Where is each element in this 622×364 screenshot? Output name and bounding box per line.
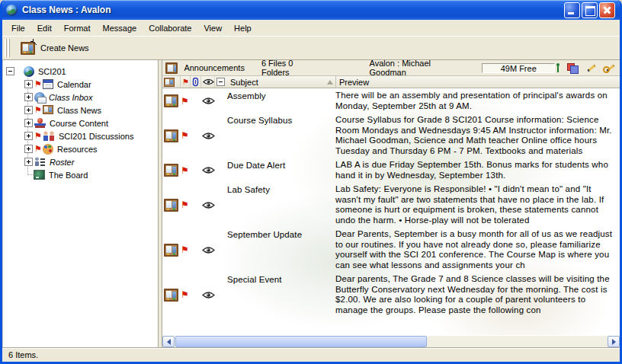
key-pencil-icon[interactable] [603, 63, 615, 73]
announcements-icon [165, 62, 178, 74]
subject-column-label: Subject [230, 78, 258, 87]
column-preview[interactable]: Preview [335, 76, 620, 88]
menu-format[interactable]: Format [58, 21, 97, 35]
column-viewed[interactable] [201, 76, 215, 88]
paperclip-icon [192, 77, 199, 87]
flag-icon: ⚑ [34, 145, 43, 153]
menu-file[interactable]: File [5, 21, 31, 35]
new-item-sparkle-icon [30, 39, 37, 45]
preview-column-label: Preview [339, 78, 369, 87]
expand-toggle[interactable] [24, 132, 33, 140]
flag-icon: ⚑ [34, 80, 43, 88]
toolbar-gripper[interactable] [5, 39, 10, 57]
flag-icon: ⚑ [181, 91, 200, 111]
menu-edit[interactable]: Edit [31, 21, 58, 35]
roster-icon [34, 157, 46, 167]
arrow-right-icon [612, 339, 616, 345]
windows-icon[interactable] [567, 63, 579, 73]
create-news-label: Create News [40, 43, 89, 53]
server-user: Avalon : Michael Goodman [370, 59, 466, 77]
message-row-assembly[interactable]: ⚑ Assembly There will be an assembly and… [162, 89, 620, 113]
free-space-indicator: 49M Free [482, 63, 555, 73]
news-item-icon [164, 94, 178, 107]
tree-item-course-content[interactable]: Course Content [3, 117, 158, 129]
message-subject[interactable]: Assembly [227, 91, 335, 111]
collapse-toggle[interactable] [6, 67, 14, 75]
panel-header: Announcements 6 Files 0 Folders Avalon :… [162, 60, 620, 76]
tree-connector-stub [28, 174, 35, 175]
tree-item-label: Class News [56, 106, 103, 115]
tree-item-resources[interactable]: ⚑ Resources [3, 142, 158, 155]
tree-item-calendar[interactable]: ⚑ Calendar [3, 78, 158, 91]
tree-item-label: Course Content [48, 119, 110, 128]
message-row-september-update[interactable]: ⚑ September Update Dear Parents, Septemb… [162, 228, 620, 273]
menu-view[interactable]: View [197, 21, 228, 35]
pencil-icon[interactable] [585, 63, 596, 73]
news-item-icon [164, 289, 178, 302]
column-collapse-all[interactable] [215, 76, 227, 88]
scroll-right-button[interactable] [608, 336, 620, 347]
tree-item-sci201[interactable]: SCI201 [3, 65, 158, 78]
scrollbar-thumb[interactable] [175, 336, 427, 347]
column-flag[interactable]: ⚑ [181, 76, 191, 88]
person-icon[interactable] [555, 63, 560, 73]
maximize-button[interactable] [582, 2, 598, 18]
expand-toggle[interactable] [24, 93, 33, 101]
expand-toggle[interactable] [24, 80, 33, 88]
news-icon [164, 78, 175, 87]
flag-icon: ⚑ [34, 106, 43, 114]
tree-item-the-board[interactable]: The Board [3, 168, 158, 181]
status-bar: 6 Items. [2, 347, 620, 362]
message-subject[interactable]: Special Event [227, 274, 335, 315]
app-window: Class News : Avalon File Edit Format Mes… [0, 0, 622, 364]
board-icon [34, 170, 45, 180]
message-subject[interactable]: September Update [227, 229, 335, 270]
tree-item-class-news[interactable]: ⚑ Class News [3, 104, 158, 117]
scroll-left-button[interactable] [162, 336, 175, 347]
message-subject[interactable]: Lab Safety [227, 184, 335, 225]
column-subject[interactable]: Subject [227, 76, 335, 88]
app-globe-icon [6, 5, 18, 16]
message-subject[interactable]: Course Syllabus [227, 115, 335, 156]
create-news-button[interactable]: Create News [14, 39, 96, 58]
column-attachment[interactable] [191, 76, 201, 88]
message-preview: There will be an assembly and presentati… [335, 91, 620, 111]
message-row-special-event[interactable]: ⚑ Special Event Dear parents, The Grade … [162, 273, 620, 318]
expand-toggle[interactable] [24, 106, 33, 114]
title-bar[interactable]: Class News : Avalon [2, 0, 620, 20]
menu-help[interactable]: Help [228, 21, 258, 35]
tree-item-label: The Board [47, 171, 89, 180]
menu-collaborate[interactable]: Collaborate [143, 21, 197, 35]
message-row-lab-safety[interactable]: ⚑ Lab Safety Lab Safety: Everyone is Res… [162, 183, 620, 228]
header-status-icons [555, 63, 615, 73]
message-preview: Dear parents, The Grade 7 and 8 Science … [335, 274, 620, 315]
eye-icon [202, 247, 215, 254]
news-icon [21, 42, 35, 55]
tree-item-class-inbox[interactable]: Class Inbox [3, 91, 158, 104]
discussion-people-icon [43, 131, 55, 142]
message-row-due-date-alert[interactable]: ⚑ Due Date Alert LAB A is due Friday Sep… [162, 158, 620, 183]
expand-toggle[interactable] [24, 158, 33, 166]
flag-icon: ⚑ [181, 274, 200, 315]
column-item-icon[interactable] [162, 76, 181, 88]
tree-item-label: Calendar [56, 80, 93, 89]
menu-message[interactable]: Message [97, 21, 143, 35]
minimize-button[interactable] [564, 2, 580, 18]
flag-icon: ⚑ [34, 132, 43, 140]
tree-item-label: Class Inbox [47, 93, 94, 102]
arrow-left-icon [167, 339, 171, 345]
folder-name: Announcements [184, 63, 245, 72]
conference-panel: Announcements 6 Files 0 Folders Avalon :… [162, 60, 620, 347]
message-subject[interactable]: Due Date Alert [227, 160, 335, 180]
expand-toggle[interactable] [24, 145, 33, 153]
message-row-course-syllabus[interactable]: ⚑ Course Syllabus Course Syllabus for Gr… [162, 113, 620, 158]
tree-item-sci201-discussions[interactable]: ⚑ SCI201 Discussions [3, 129, 158, 142]
expand-toggle[interactable] [24, 119, 33, 127]
tree-item-roster[interactable]: Roster [3, 155, 158, 168]
close-button[interactable] [599, 2, 615, 18]
horizontal-scrollbar[interactable] [162, 335, 620, 347]
flag-icon: ⚑ [181, 184, 200, 225]
flag-icon: ⚑ [181, 160, 200, 180]
message-preview: Dear Parents, September is a busy month … [335, 229, 620, 270]
folder-tree-panel: SCI201 ⚑ Calendar Class Inbox ⚑ Class Ne… [2, 60, 159, 347]
